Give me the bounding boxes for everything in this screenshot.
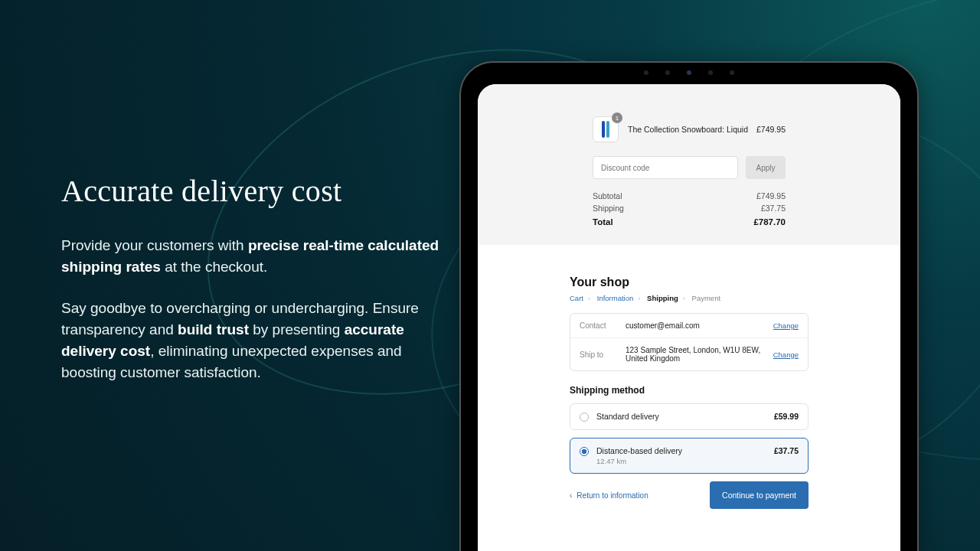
change-contact-link[interactable]: Change bbox=[773, 321, 799, 330]
breadcrumb-shipping: Shipping bbox=[647, 294, 678, 302]
breadcrumb: Cart› Information› Shipping› Payment bbox=[570, 294, 808, 302]
marketing-paragraph-1: Provide your customers with precise real… bbox=[61, 235, 444, 278]
total-row: Total £787.70 bbox=[593, 217, 786, 227]
contact-row: Contact customer@email.com Change bbox=[570, 314, 808, 337]
product-thumbnail: 1 bbox=[593, 116, 619, 142]
shipping-row: Shipping £37.75 bbox=[593, 204, 786, 213]
return-to-information-link[interactable]: ‹ Return to information bbox=[570, 491, 648, 500]
chevron-right-icon: › bbox=[683, 294, 685, 302]
apply-button[interactable]: Apply bbox=[746, 156, 786, 179]
subtotal-row: Subtotal £749.95 bbox=[593, 191, 786, 201]
chevron-right-icon: › bbox=[588, 294, 590, 302]
breadcrumb-cart[interactable]: Cart bbox=[570, 294, 583, 302]
discount-code-input[interactable] bbox=[593, 156, 738, 179]
shipping-option-distance[interactable]: Distance-based delivery 12.47 km £37.75 bbox=[570, 438, 808, 474]
breadcrumb-payment: Payment bbox=[692, 294, 721, 302]
shipping-method-heading: Shipping method bbox=[570, 385, 808, 396]
order-summary: 1 The Collection Snowboard: Liquid £749.… bbox=[478, 84, 900, 245]
radio-icon bbox=[580, 412, 589, 422]
marketing-copy: Accurate delivery cost Provide your cust… bbox=[61, 173, 444, 403]
contact-shipto-box: Contact customer@email.com Change Ship t… bbox=[570, 313, 808, 371]
continue-to-payment-button[interactable]: Continue to payment bbox=[710, 481, 808, 509]
marketing-heading: Accurate delivery cost bbox=[61, 173, 444, 209]
product-price: £749.95 bbox=[756, 125, 786, 134]
quantity-badge: 1 bbox=[612, 112, 622, 123]
shop-title: Your shop bbox=[570, 276, 808, 289]
cart-line-item: 1 The Collection Snowboard: Liquid £749.… bbox=[593, 116, 786, 142]
breadcrumb-information[interactable]: Information bbox=[597, 294, 634, 302]
tablet-screen: 1 The Collection Snowboard: Liquid £749.… bbox=[478, 84, 900, 551]
tablet-frame: 1 The Collection Snowboard: Liquid £749.… bbox=[459, 61, 919, 551]
product-name: The Collection Snowboard: Liquid bbox=[628, 125, 756, 134]
change-shipto-link[interactable]: Change bbox=[773, 350, 799, 359]
tablet-camera-notch bbox=[644, 70, 734, 75]
marketing-paragraph-2: Say goodbye to overcharging or underchar… bbox=[61, 298, 444, 383]
shipto-row: Ship to 123 Sample Street, London, W1U 8… bbox=[570, 337, 808, 370]
checkout-panel: Your shop Cart› Information› Shipping› P… bbox=[478, 245, 900, 524]
chevron-left-icon: ‹ bbox=[570, 491, 572, 500]
radio-selected-icon bbox=[580, 447, 589, 456]
shipping-option-standard[interactable]: Standard delivery £59.99 bbox=[570, 403, 808, 430]
chevron-right-icon: › bbox=[638, 294, 640, 302]
